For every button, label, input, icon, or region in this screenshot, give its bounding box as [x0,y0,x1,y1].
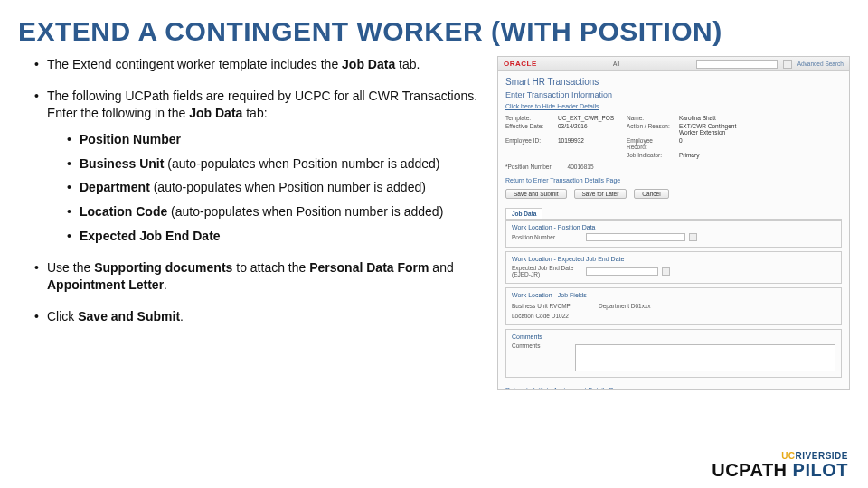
header-meta: Template:UC_EXT_CWR_POS Name:Karolina Bh… [498,113,849,160]
sub-3: Department (auto-populates when Position… [67,179,479,196]
comments-textarea[interactable] [575,344,835,371]
save-submit-button-top[interactable]: Save and Submit [505,189,567,199]
bullet-3: Use the Supporting documents to attach t… [34,259,479,294]
search-scope[interactable]: All [613,61,619,67]
bullet-column: The Extend contingent worker template in… [18,56,479,390]
position-number-input[interactable] [586,233,685,241]
advanced-search-link[interactable]: Advanced Search [797,61,844,67]
screenshot-mock: ORACLE All Advanced Search Smart HR Tran… [497,56,850,390]
bullet-2: The following UCPath fields are required… [34,88,479,245]
bullet-4: Click Save and Submit. [34,308,479,325]
save-later-button-top[interactable]: Save for Later [574,189,627,199]
panel-comments: Comments Comments [505,329,842,378]
tab-job-data[interactable]: Job Data [505,208,542,219]
lookup-icon[interactable] [689,233,697,241]
return-link-1[interactable]: Return to Enter Transaction Details Page [498,172,849,187]
sub-1: Position Number [67,131,479,148]
slide-title: EXTEND A CONTINGENT WORKER (WITH POSITIO… [0,0,868,56]
sub-2: Business Unit (auto-populates when Posit… [67,155,479,173]
position-number-header: *Position Number40016815 [498,160,849,172]
button-row-top: Save and Submit Save for Later Cancel [498,187,849,204]
ejed-input[interactable] [586,267,658,276]
cancel-button-top[interactable]: Cancel [634,189,668,199]
search-input[interactable] [696,60,778,69]
bullet-1: The Extend contingent worker template in… [34,56,479,73]
oracle-logo: ORACLE [504,60,537,68]
panel-position-data: Work Location - Position Data Position N… [505,220,842,248]
shot-heading-2: Enter Transaction Information [498,89,849,103]
sub-5: Expected Job End Date [67,228,479,245]
panel-job-fields: Work Location - Job Fields Business Unit… [505,287,842,325]
shot-heading-1: Smart HR Transactions [498,71,849,89]
return-link-2[interactable]: Return to Initiate Assignment Details Pa… [498,381,849,390]
hide-header-link[interactable]: Click here to Hide Header Details [498,103,849,113]
search-go-icon[interactable] [783,60,792,69]
footer-logo: UCRIVERSIDE UCPATH PILOT [712,451,848,479]
shot-topbar: ORACLE All Advanced Search [498,57,849,71]
content-row: The Extend contingent worker template in… [0,56,868,390]
panel-ejed: Work Location - Expected Job End Date Ex… [505,251,842,284]
calendar-icon[interactable] [662,267,670,276]
sub-4: Location Code (auto-populates when Posit… [67,203,479,221]
tab-row: Job Data [505,208,842,220]
